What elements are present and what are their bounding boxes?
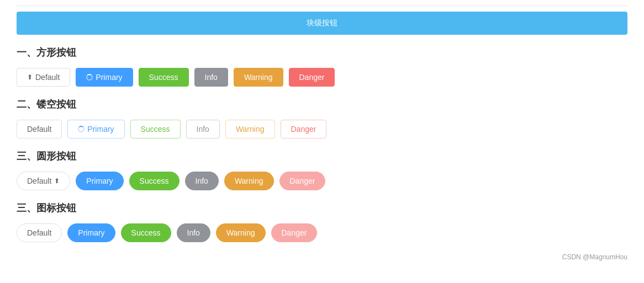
loading-blue-icon [78,126,85,132]
btn-success-hollow[interactable]: Success [130,120,181,138]
upload-icon-round: ⬆ [54,177,60,185]
btn-warning-square[interactable]: Warning [234,68,283,87]
round-buttons-row: Default ⬆ Primary Success Info Warning D… [17,172,627,190]
hollow-buttons-row: Default Primary Success Info Warning Dan… [17,120,627,138]
btn-info-square[interactable]: Info [194,68,228,87]
icon-buttons-row: Default Primary Success Info Warning Dan… [17,223,627,242]
btn-success-icon[interactable]: Success [121,223,171,242]
btn-primary-square[interactable]: Primary [76,68,133,87]
btn-primary-icon[interactable]: Primary [67,223,115,242]
btn-danger-square[interactable]: Danger [289,68,335,87]
btn-default-icon[interactable]: Default [17,223,62,242]
block-button-bar: 块级按钮 [17,12,627,35]
btn-warning-icon[interactable]: Warning [216,223,266,242]
square-buttons-row: ⬆ Default Primary Success Info Warning D… [17,68,627,87]
btn-primary-round[interactable]: Primary [76,172,123,190]
btn-info-hollow[interactable]: Info [186,120,220,138]
section-title-square: 一、方形按钮 [17,46,627,59]
btn-info-round[interactable]: Info [185,172,219,190]
footer-credit: CSDN @MagnumHou [17,253,627,261]
btn-info-icon[interactable]: Info [177,223,210,242]
btn-primary-hollow[interactable]: Primary [67,120,124,138]
loading-icon [86,74,93,81]
btn-default-round[interactable]: Default ⬆ [17,172,70,190]
btn-danger-hollow[interactable]: Danger [281,120,327,138]
btn-success-square[interactable]: Success [139,68,189,87]
btn-default-square[interactable]: ⬆ Default [17,68,70,87]
upload-icon: ⬆ [27,73,33,81]
btn-default-hollow[interactable]: Default [17,120,62,138]
btn-danger-icon[interactable]: Danger [271,223,318,242]
btn-warning-hollow[interactable]: Warning [225,120,275,138]
btn-warning-round[interactable]: Warning [224,172,274,190]
section-title-hollow: 二、镂空按钮 [17,98,627,111]
section-title-round: 三、圆形按钮 [17,149,627,163]
section-title-icon: 三、图标按钮 [17,201,627,215]
btn-danger-round[interactable]: Danger [279,172,326,190]
btn-success-round[interactable]: Success [129,172,180,190]
